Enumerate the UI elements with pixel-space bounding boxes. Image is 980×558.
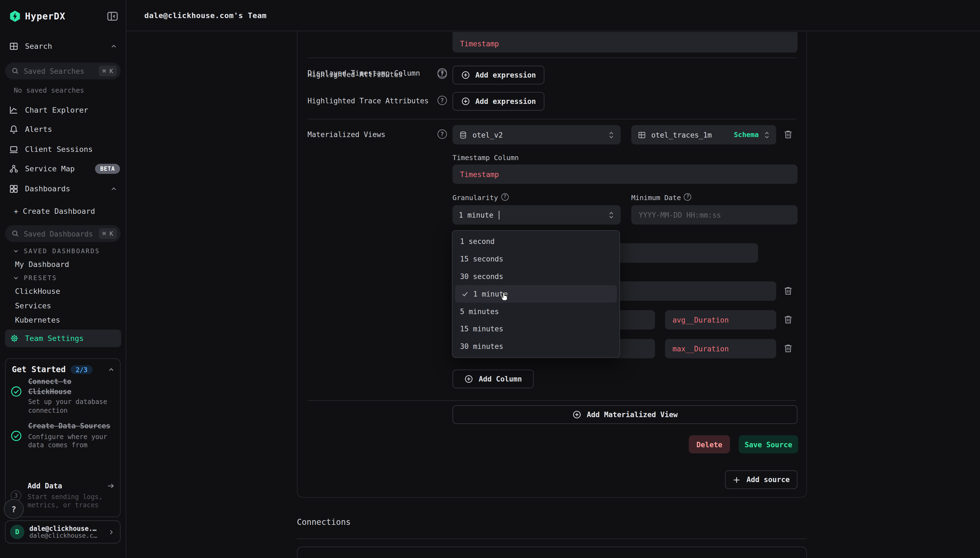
step-text: Create Data Sources Configure where your… xyxy=(28,422,116,450)
option-label: 30 seconds xyxy=(460,272,503,281)
user-email: dale@clickhouse.c… xyxy=(29,532,102,539)
delete-column-trash-icon[interactable] xyxy=(783,315,794,325)
sidebar-item-kubernetes[interactable]: Kubernetes xyxy=(15,316,60,325)
add-source-button[interactable]: Add source xyxy=(725,470,798,489)
dropdown-option[interactable]: 15 minutes xyxy=(453,320,619,338)
get-started-header[interactable]: Get Started 2/3 xyxy=(12,364,115,374)
granularity-select[interactable]: 1 minute xyxy=(453,205,621,225)
help-circle-icon[interactable]: ? xyxy=(437,69,447,79)
timestamp-column-input[interactable]: Timestamp xyxy=(453,164,798,184)
saved-dashboards-input[interactable] xyxy=(24,229,98,238)
help-circle-icon[interactable]: ? xyxy=(437,130,447,139)
get-started-step-2[interactable]: Create Data Sources Configure where your… xyxy=(11,422,116,450)
user-menu[interactable]: D dale@clickhouse.… dale@clickhouse.c… xyxy=(5,520,121,543)
sidebar-item-client-sessions[interactable]: Client Sessions xyxy=(0,142,126,157)
schema-link[interactable]: Schema xyxy=(734,131,759,139)
saved-searches-search[interactable]: ⌘ K xyxy=(5,62,121,79)
sidebar-item-label: Search xyxy=(25,42,52,51)
plus-icon xyxy=(733,476,741,484)
minimum-date-field[interactable] xyxy=(632,205,798,225)
select-chevrons-icon xyxy=(608,210,614,219)
materialized-views-label: Materialized Views xyxy=(308,130,385,139)
sidebar-item-chart-explorer[interactable]: Chart Explorer xyxy=(0,102,126,118)
no-saved-searches-text: No saved searches xyxy=(14,86,84,95)
chevron-up-icon xyxy=(107,366,115,373)
step-description: Start sending logs, metrics, or traces xyxy=(28,492,116,509)
app-title: HyperDX xyxy=(25,11,65,21)
granularity-value: 1 minute xyxy=(459,210,493,219)
displayed-timestamp-input[interactable]: Timestamp xyxy=(453,32,798,53)
shortcut-badge: ⌘ K xyxy=(98,228,117,239)
delete-button[interactable]: Delete xyxy=(689,435,730,453)
granularity-dropdown: 1 second 15 seconds 30 seconds 1 minute … xyxy=(452,230,620,358)
plus-circle-icon xyxy=(573,410,581,419)
option-label: 5 minutes xyxy=(460,307,499,316)
bell-icon xyxy=(9,125,19,135)
sidebar-item-label: Client Sessions xyxy=(25,145,93,154)
dropdown-option[interactable]: 5 minutes xyxy=(453,303,619,320)
plus-circle-icon xyxy=(461,71,470,79)
sidebar-item-service-map[interactable]: Service Map BETA xyxy=(0,161,126,177)
help-button[interactable]: ? xyxy=(4,499,24,519)
divider xyxy=(308,400,796,401)
get-started-step-1[interactable]: Connect to ClickHouse Set up your databa… xyxy=(11,377,116,415)
gear-icon xyxy=(10,334,19,343)
saved-dashboards-search[interactable]: ⌘ K xyxy=(5,225,121,242)
option-label: 30 minutes xyxy=(460,342,503,351)
sidebar-item-dashboards[interactable]: Dashboards xyxy=(0,181,126,197)
sidebar-item-team-settings[interactable]: Team Settings xyxy=(5,330,121,347)
presets-section[interactable]: PRESETS xyxy=(13,275,57,281)
database-icon xyxy=(459,130,468,139)
info-circle-icon[interactable]: ? xyxy=(684,193,691,200)
sidebar-item-alerts[interactable]: Alerts xyxy=(0,122,126,137)
check-circle-icon xyxy=(11,430,22,450)
add-expression-button[interactable]: Add expression xyxy=(453,66,544,84)
column-expression-input[interactable]: avg__Duration xyxy=(665,310,776,330)
minimum-date-label-text: Minimum Date xyxy=(632,194,681,202)
collapse-sidebar-icon[interactable] xyxy=(106,10,119,23)
add-materialized-view-button[interactable]: Add Materialized View xyxy=(453,405,798,424)
sidebar-item-my-dashboard[interactable]: My Dashboard xyxy=(15,260,69,269)
column-expression-input[interactable]: max__Duration xyxy=(665,339,776,358)
arrow-right-icon xyxy=(106,481,115,490)
beta-badge: BETA xyxy=(95,164,120,174)
dropdown-option[interactable]: 30 seconds xyxy=(453,268,619,285)
dropdown-option[interactable]: 30 minutes xyxy=(453,338,619,355)
laptop-icon xyxy=(9,144,19,154)
button-label: Delete xyxy=(697,440,723,449)
dropdown-option[interactable]: 15 seconds xyxy=(453,250,619,268)
option-label: 15 minutes xyxy=(460,325,503,333)
progress-badge: 2/3 xyxy=(71,365,93,374)
minimum-date-input[interactable] xyxy=(639,210,790,219)
view-select-value: otel_v2 xyxy=(473,130,503,139)
delete-view-trash-icon[interactable] xyxy=(783,130,794,140)
timestamp-column-value: Timestamp xyxy=(460,170,499,179)
sidebar-item-clickhouse[interactable]: ClickHouse xyxy=(15,287,60,296)
table-select[interactable]: otel_traces_1m Schema xyxy=(632,125,776,144)
sidebar-item-label: Service Map xyxy=(25,164,75,173)
column-expression-value: avg__Duration xyxy=(672,315,728,324)
saved-dashboards-section[interactable]: SAVED DASHBOARDS xyxy=(13,248,100,254)
column-expression-value: max__Duration xyxy=(672,344,728,353)
step-text: Connect to ClickHouse Set up your databa… xyxy=(28,377,116,415)
save-source-button[interactable]: Save Source xyxy=(739,435,798,453)
view-select[interactable]: otel_v2 xyxy=(453,125,621,144)
help-circle-icon[interactable]: ? xyxy=(437,96,447,105)
get-started-step-3[interactable]: 3 Add Data Start sending logs, metrics, … xyxy=(11,481,116,509)
add-expression-button[interactable]: Add expression xyxy=(453,92,544,110)
sidebar-item-services[interactable]: Services xyxy=(15,302,51,310)
saved-searches-input[interactable] xyxy=(24,67,98,75)
sidebar-item-search[interactable]: Search xyxy=(0,39,126,54)
info-circle-icon[interactable]: ? xyxy=(501,193,509,200)
granularity-label-text: Granularity xyxy=(453,194,498,202)
dropdown-option[interactable]: 1 second xyxy=(453,233,619,250)
dropdown-option-selected[interactable]: 1 minute xyxy=(455,285,617,303)
avatar: D xyxy=(10,525,25,539)
create-dashboard-button[interactable]: + Create Dashboard xyxy=(14,207,95,216)
hyperdx-logo-icon xyxy=(9,10,21,23)
delete-column-trash-icon[interactable] xyxy=(783,343,794,354)
shortcut-badge: ⌘ K xyxy=(98,66,117,77)
add-column-button[interactable]: Add Column xyxy=(453,370,534,388)
delete-column-trash-icon[interactable] xyxy=(783,286,794,297)
highlighted-attributes-label: Highlighted Attributes xyxy=(308,70,403,79)
